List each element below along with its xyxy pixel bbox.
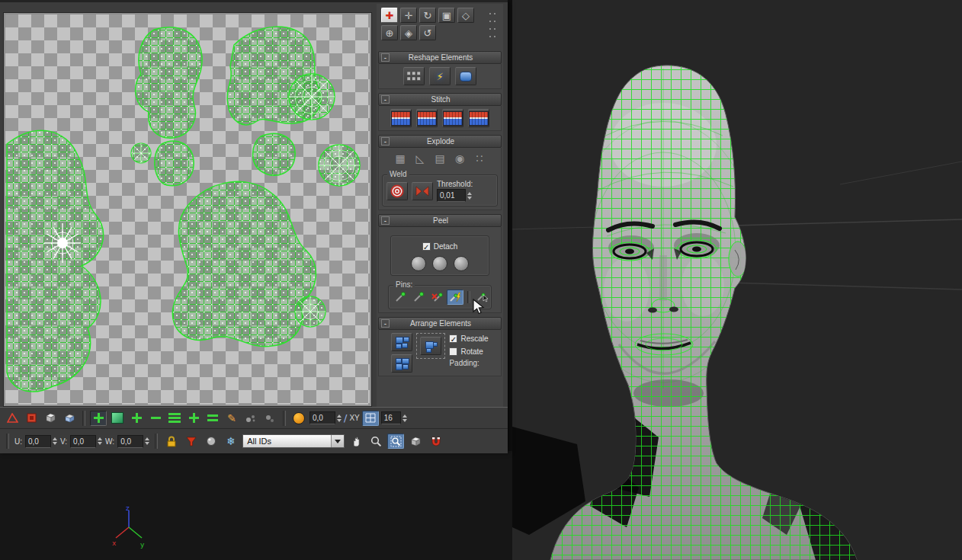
stitch-target-button[interactable]: [468, 109, 489, 127]
w-field[interactable]: 0,0: [117, 435, 143, 448]
pack-custom-button[interactable]: [420, 337, 441, 355]
pack-together-button[interactable]: [391, 354, 412, 373]
axis-x-label: x: [112, 539, 117, 547]
freeze-button[interactable]: ❄: [223, 434, 239, 449]
detach-checkbox[interactable]: ✓: [422, 242, 431, 251]
quick-peel-icon[interactable]: [411, 256, 426, 271]
material-id-dropdown[interactable]: All IDs: [242, 434, 345, 448]
detach-edge-verts-button[interactable]: ◺: [412, 151, 428, 166]
rotate-checkbox[interactable]: [449, 347, 457, 356]
stitch-icon: [417, 111, 437, 126]
threshold-spinner[interactable]: [467, 192, 472, 200]
soft-grow-button[interactable]: [185, 411, 202, 426]
zoom-extents-button[interactable]: [407, 434, 424, 449]
explode-to-elements-button[interactable]: ◉: [451, 151, 468, 166]
rollout-header-peel[interactable]: - Peel: [378, 214, 502, 227]
zoom-button[interactable]: [367, 434, 384, 449]
magnifier-icon: [370, 436, 382, 447]
pan-button[interactable]: [348, 434, 364, 449]
fill-select-button[interactable]: [23, 411, 40, 426]
uv-islands: [5, 14, 370, 405]
threshold-field[interactable]: 0,01: [437, 189, 466, 202]
v-field[interactable]: 0,0: [70, 435, 96, 448]
rollout-header-stitch[interactable]: - Stitch: [378, 93, 502, 106]
falloff-curve-icon[interactable]: /: [344, 412, 347, 424]
dropdown-arrow-icon[interactable]: [331, 435, 344, 447]
falloff-spinner[interactable]: [337, 414, 342, 422]
revert-brush-button[interactable]: [261, 411, 278, 426]
move-tool-button[interactable]: ✛: [400, 8, 417, 23]
collapse-icon[interactable]: -: [381, 53, 390, 62]
soft-selection-color-button[interactable]: [290, 411, 307, 426]
weld-selected-button[interactable]: [412, 182, 433, 200]
pin-tool-button[interactable]: [392, 290, 409, 305]
brush-falloff-button[interactable]: [166, 411, 183, 426]
explode-to-faces-button[interactable]: ▤: [431, 151, 448, 166]
pack-normalize-button[interactable]: [391, 333, 412, 351]
brush-shrink-button[interactable]: [147, 411, 164, 426]
paint-add-button[interactable]: [90, 411, 107, 426]
auto-pin-button[interactable]: [447, 290, 463, 305]
collapse-icon[interactable]: -: [381, 137, 390, 146]
paint-move-button[interactable]: ✎: [223, 411, 240, 426]
unpin-button[interactable]: [428, 290, 445, 305]
magnet-icon: [430, 436, 441, 447]
relax-brush-button[interactable]: [242, 411, 259, 426]
lock-selection-button[interactable]: [163, 434, 180, 449]
pin-move-button[interactable]: [410, 290, 427, 305]
grid-size-spinner[interactable]: [402, 414, 407, 422]
freeform-gizmo-button[interactable]: ◇: [457, 8, 474, 23]
filter-selected-faces-button[interactable]: [183, 434, 200, 449]
pivot-tool-button[interactable]: ⊕: [381, 25, 398, 40]
threshold-label: Threshold:: [437, 180, 473, 188]
paint-brush-button[interactable]: [109, 411, 126, 426]
soft-falloff-button[interactable]: [204, 411, 221, 426]
rollout-header-explode[interactable]: - Explode: [378, 135, 502, 148]
collapse-icon[interactable]: -: [381, 95, 390, 104]
toolbar-grip-handle[interactable]: [488, 11, 497, 43]
desktop: { "icons": { "pencil": "✎", "snowflake":…: [0, 0, 962, 560]
target-weld-button[interactable]: [386, 182, 408, 200]
v-spinner[interactable]: [98, 437, 102, 445]
break-button[interactable]: ▦: [392, 151, 409, 166]
stitch-source-button[interactable]: [442, 109, 463, 127]
grid-size-field[interactable]: 16: [381, 411, 401, 424]
snap-toggle-button[interactable]: ✚: [381, 8, 398, 23]
quick-transform-button[interactable]: ⚡: [429, 67, 451, 85]
rescale-checkbox[interactable]: ✓: [449, 334, 457, 343]
u-field[interactable]: 0,0: [25, 435, 51, 448]
show-map-button[interactable]: [203, 434, 220, 449]
explode-options-button[interactable]: ∷: [471, 151, 488, 166]
main-viewport-strip[interactable]: z x y: [0, 451, 512, 560]
smooth-element-button[interactable]: [455, 67, 476, 85]
polygon-select-button[interactable]: [4, 411, 21, 426]
brush-grow-button[interactable]: [128, 411, 145, 426]
stitch-average-button[interactable]: [416, 109, 438, 127]
edit-seams-icon[interactable]: [454, 256, 469, 271]
arc-rotate-button[interactable]: ↺: [419, 25, 436, 40]
uv-canvas[interactable]: [5, 14, 370, 405]
falloff-value-field[interactable]: 0,0: [309, 411, 335, 424]
u-spinner[interactable]: [53, 437, 57, 445]
stitch-custom-button[interactable]: [390, 109, 412, 127]
pin-remove-icon: [431, 292, 443, 302]
grid-snap-button[interactable]: [362, 411, 379, 426]
snap-magnet-button[interactable]: [427, 434, 444, 449]
collapse-icon[interactable]: -: [381, 216, 390, 225]
falloff-space-label[interactable]: XY: [349, 414, 359, 422]
rollout-header-arrange-elements[interactable]: - Arrange Elements: [378, 317, 502, 330]
w-spinner[interactable]: [145, 437, 149, 445]
relax-tool-button[interactable]: [403, 67, 425, 85]
zoom-region-button[interactable]: [387, 434, 404, 449]
magnifier-region-icon: [390, 436, 402, 447]
rotate-tool-button[interactable]: ↻: [419, 8, 436, 23]
scale-tool-button[interactable]: ▣: [438, 8, 455, 23]
gizmo-toggle-button[interactable]: [61, 411, 78, 426]
cube-map-button[interactable]: [42, 411, 59, 426]
collapse-icon[interactable]: -: [381, 319, 390, 328]
rollout-header-reshape-elements[interactable]: - Reshape Elements: [378, 51, 502, 64]
perspective-viewport[interactable]: [512, 0, 962, 560]
peel-mode-icon[interactable]: [432, 256, 447, 271]
weld-group: Weld Threshold:: [382, 174, 498, 206]
mirror-tool-button[interactable]: ◈: [400, 25, 417, 40]
